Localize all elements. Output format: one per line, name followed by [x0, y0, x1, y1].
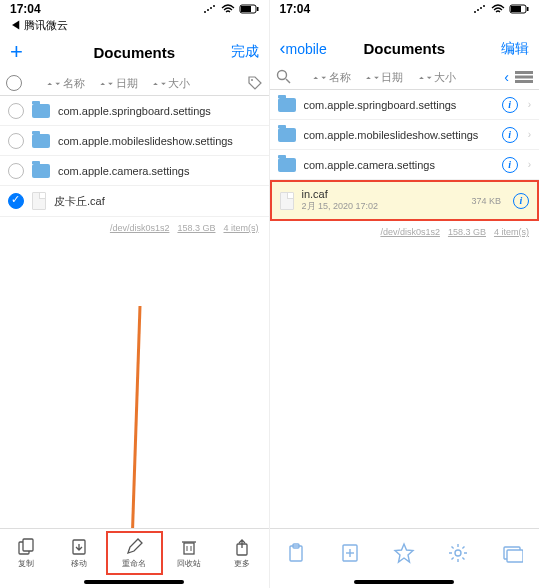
- sort-date[interactable]: ▲▼日期: [359, 70, 410, 85]
- sort-bar: ▲▼名称 ▲▼日期 ▲▼大小: [0, 71, 269, 96]
- toolbar: 复制 移动 重命名 回收站 更多: [0, 528, 269, 576]
- file-list: com.apple.springboard.settings i › com.a…: [270, 90, 540, 528]
- toolbar: [270, 528, 540, 576]
- file-list: com.apple.springboard.settings com.apple…: [0, 96, 269, 528]
- view-toggle-icon[interactable]: [515, 70, 533, 84]
- status-time: 17:04: [280, 2, 311, 16]
- svg-line-25: [286, 79, 290, 83]
- status-bar: 17:04: [0, 0, 269, 18]
- window-button[interactable]: [485, 542, 539, 564]
- svg-point-34: [455, 550, 461, 556]
- clipboard-button[interactable]: [270, 542, 324, 564]
- info-icon[interactable]: i: [502, 97, 518, 113]
- trash-button[interactable]: 回收站: [163, 537, 216, 569]
- svg-point-1: [207, 9, 209, 11]
- svg-point-18: [477, 9, 479, 11]
- list-item[interactable]: com.apple.mobileslideshow.settings: [0, 126, 269, 156]
- file-name: com.apple.camera.settings: [304, 159, 494, 171]
- file-name: com.apple.springboard.settings: [304, 99, 494, 111]
- file-name: 皮卡丘.caf: [54, 194, 261, 209]
- svg-rect-27: [515, 76, 533, 79]
- svg-point-7: [251, 79, 253, 81]
- sort-name[interactable]: ▲▼名称: [306, 70, 357, 85]
- list-item-highlighted[interactable]: in.caf 2月 15, 2020 17:02 374 KB i: [270, 180, 540, 221]
- back-button[interactable]: ‹mobile: [280, 38, 330, 59]
- more-button[interactable]: 更多: [216, 537, 269, 569]
- tag-icon[interactable]: [247, 75, 263, 91]
- new-button[interactable]: [323, 542, 377, 564]
- file-size: 374 KB: [471, 196, 501, 206]
- svg-rect-12: [184, 543, 194, 554]
- list-item[interactable]: com.apple.springboard.settings: [0, 96, 269, 126]
- page-title: Documents: [330, 40, 480, 57]
- home-indicator: [84, 580, 184, 584]
- nav-bar: ‹mobile Documents 编辑: [270, 32, 540, 65]
- svg-rect-22: [511, 6, 521, 12]
- svg-rect-10: [23, 539, 33, 551]
- file-name: com.apple.mobileslideshow.settings: [58, 135, 261, 147]
- list-item[interactable]: com.apple.mobileslideshow.settings i ›: [270, 120, 540, 150]
- folder-icon: [278, 128, 296, 142]
- status-icons: [203, 4, 259, 14]
- copy-button[interactable]: 复制: [0, 537, 53, 569]
- file-name: in.caf: [302, 188, 464, 200]
- file-name: com.apple.springboard.settings: [58, 105, 261, 117]
- svg-point-3: [213, 5, 215, 7]
- svg-point-0: [204, 11, 206, 13]
- sort-size[interactable]: ▲▼大小: [146, 76, 197, 91]
- list-item[interactable]: com.apple.camera.settings i ›: [270, 150, 540, 180]
- info-icon[interactable]: i: [513, 193, 529, 209]
- annotation-arrow: [60, 306, 160, 528]
- svg-rect-28: [515, 80, 533, 83]
- info-icon[interactable]: i: [502, 127, 518, 143]
- file-name: com.apple.mobileslideshow.settings: [304, 129, 494, 141]
- svg-rect-5: [241, 6, 251, 12]
- list-item[interactable]: com.apple.camera.settings: [0, 156, 269, 186]
- checkbox[interactable]: [8, 163, 24, 179]
- folder-icon: [32, 134, 50, 148]
- file-icon: [280, 192, 294, 210]
- select-all-circle[interactable]: [6, 75, 22, 91]
- move-button[interactable]: 移动: [53, 537, 106, 569]
- chevron-right-icon: ›: [526, 159, 531, 170]
- svg-point-20: [483, 5, 485, 7]
- folder-icon: [32, 164, 50, 178]
- add-button[interactable]: +: [10, 39, 60, 65]
- list-item[interactable]: com.apple.springboard.settings i ›: [270, 90, 540, 120]
- rename-button[interactable]: 重命名: [106, 531, 163, 575]
- home-indicator: [354, 580, 454, 584]
- checkbox-checked[interactable]: [8, 193, 24, 209]
- folder-icon: [32, 104, 50, 118]
- search-icon[interactable]: [276, 69, 292, 85]
- path-bar[interactable]: /dev/disk0s1s2158.3 GB4 item(s): [0, 217, 269, 239]
- status-bar: 17:04: [270, 0, 540, 18]
- folder-icon: [278, 98, 296, 112]
- sort-date[interactable]: ▲▼日期: [93, 76, 144, 91]
- svg-point-24: [277, 71, 286, 80]
- info-icon[interactable]: i: [502, 157, 518, 173]
- done-button[interactable]: 完成: [209, 43, 259, 61]
- file-name: com.apple.camera.settings: [58, 165, 261, 177]
- svg-rect-6: [257, 7, 259, 11]
- checkbox[interactable]: [8, 103, 24, 119]
- status-time: 17:04: [10, 2, 41, 16]
- breadcrumb[interactable]: ◀ 腾讯微云: [0, 18, 269, 33]
- star-button[interactable]: [377, 542, 431, 564]
- sort-size[interactable]: ▲▼大小: [411, 70, 462, 85]
- svg-rect-23: [527, 7, 529, 11]
- sort-name[interactable]: ▲▼名称: [40, 76, 91, 91]
- status-icons: [473, 4, 529, 14]
- settings-button[interactable]: [431, 542, 485, 564]
- folder-icon: [278, 158, 296, 172]
- chevron-right-icon: ›: [526, 129, 531, 140]
- sort-bar: ▲▼名称 ▲▼日期 ▲▼大小 ‹: [270, 65, 540, 90]
- svg-rect-36: [507, 550, 523, 562]
- chevron-left-icon[interactable]: ‹: [500, 69, 513, 85]
- svg-rect-26: [515, 71, 533, 74]
- chevron-right-icon: ›: [526, 99, 531, 110]
- list-item[interactable]: 皮卡丘.caf: [0, 186, 269, 217]
- checkbox[interactable]: [8, 133, 24, 149]
- path-bar[interactable]: /dev/disk0s1s2158.3 GB4 item(s): [270, 221, 540, 243]
- nav-bar: + Documents 完成: [0, 33, 269, 71]
- edit-button[interactable]: 编辑: [479, 40, 529, 58]
